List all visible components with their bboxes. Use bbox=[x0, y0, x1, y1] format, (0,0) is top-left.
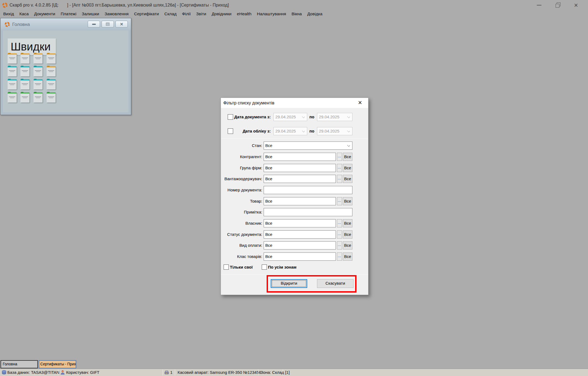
menu-item-9[interactable]: Звіти bbox=[193, 10, 209, 17]
date-accounting-from-combobox[interactable]: 29.04.2025 bbox=[273, 127, 307, 135]
quick-launch-tile[interactable] bbox=[33, 79, 42, 89]
lookup-input[interactable]: Все bbox=[264, 241, 336, 249]
footer-divider bbox=[221, 274, 368, 275]
text-input[interactable] bbox=[264, 186, 352, 194]
tab-home[interactable]: Головна bbox=[1, 360, 38, 368]
quick-launch-tile[interactable] bbox=[47, 53, 56, 64]
all-button[interactable]: Все bbox=[343, 219, 352, 227]
status-user: Користувач: GIFT bbox=[66, 369, 99, 376]
mdi-minimize-button[interactable] bbox=[88, 21, 100, 28]
quick-launch-tile[interactable] bbox=[33, 53, 42, 64]
browse-button[interactable]: … bbox=[337, 164, 342, 172]
browse-button[interactable]: … bbox=[337, 153, 342, 161]
menu-item-12[interactable]: Налаштування bbox=[254, 10, 289, 17]
lookup-input[interactable]: Все bbox=[264, 164, 336, 172]
quick-launch-tile[interactable] bbox=[8, 66, 17, 76]
date-document-from-combobox[interactable]: 29.04.2025 bbox=[273, 113, 307, 121]
cancel-button[interactable]: Скасувати bbox=[317, 279, 354, 288]
mdi-restore-button[interactable] bbox=[102, 21, 114, 28]
field-label: Стан: bbox=[221, 142, 262, 150]
restore-button[interactable] bbox=[548, 0, 567, 10]
chevron-down-icon bbox=[302, 130, 305, 132]
database-icon bbox=[2, 370, 7, 375]
menu-item-1[interactable]: Каса bbox=[17, 10, 31, 17]
date-accounting-to-combobox[interactable]: 29.04.2025 bbox=[317, 127, 352, 135]
quick-launch-tile[interactable] bbox=[47, 66, 56, 76]
menu-item-10[interactable]: Довідники bbox=[209, 10, 234, 17]
tab-certificates-prihod[interactable]: Сертификаты - Приход bbox=[39, 360, 76, 368]
only-own-checkbox[interactable] bbox=[224, 264, 229, 270]
date-accounting-row: Дата обліку з: 29.04.2025 по 29.04.2025 bbox=[221, 127, 368, 135]
browse-button[interactable]: … bbox=[337, 197, 342, 205]
menu-item-2[interactable]: Документи bbox=[31, 10, 58, 17]
tile-color-bar bbox=[20, 79, 29, 80]
close-button[interactable]: ✕ bbox=[567, 0, 585, 10]
window-controls: ✕ bbox=[530, 0, 585, 10]
quick-launch-tile[interactable] bbox=[33, 92, 42, 103]
tile-color-bar bbox=[20, 66, 29, 67]
lookup-input[interactable]: Все bbox=[264, 197, 336, 205]
quick-launch-tile[interactable] bbox=[20, 79, 29, 89]
menu-item-13[interactable]: Вікна bbox=[289, 10, 304, 17]
menu-item-5[interactable]: Замовлення bbox=[102, 10, 131, 17]
menu-item-8[interactable]: Філії bbox=[179, 10, 193, 17]
quick-launch-tile[interactable] bbox=[33, 66, 42, 76]
quick-launch-tile[interactable] bbox=[20, 92, 29, 103]
menu-item-0[interactable]: Вихід bbox=[1, 10, 17, 17]
lookup-input[interactable]: Все bbox=[264, 175, 336, 183]
quick-launch-tile[interactable] bbox=[8, 53, 17, 64]
lookup-input[interactable]: Все bbox=[264, 219, 336, 227]
all-button[interactable]: Все bbox=[343, 252, 352, 261]
quick-launch-tile[interactable] bbox=[8, 92, 17, 103]
filter-row: Стан:Все bbox=[221, 142, 368, 150]
filter-row: Примітка: bbox=[221, 208, 368, 216]
mdi-close-button[interactable]: ✕ bbox=[115, 21, 128, 28]
quick-launch-tile[interactable] bbox=[47, 92, 56, 103]
browse-button[interactable]: … bbox=[337, 175, 342, 183]
state-combobox[interactable]: Все bbox=[264, 142, 352, 150]
lookup-input[interactable]: Все bbox=[264, 252, 336, 261]
lookup-input[interactable]: Все bbox=[264, 153, 336, 161]
window-title: Скарб pro v. 4.0.2.85 [ІД: ] - [Апт №003… bbox=[10, 3, 229, 8]
quick-launch-tile[interactable] bbox=[20, 66, 29, 76]
app-titlebar: Скарб pro v. 4.0.2.85 [ІД: ] - [Апт №003… bbox=[0, 0, 588, 10]
quick-launch-tile[interactable] bbox=[47, 79, 56, 89]
menu-item-4[interactable]: Залишки bbox=[79, 10, 102, 17]
all-button[interactable]: Все bbox=[343, 230, 352, 239]
date-document-to-combobox[interactable]: 29.04.2025 bbox=[317, 113, 352, 121]
lookup-input[interactable]: Все bbox=[264, 230, 336, 239]
menu-item-6[interactable]: Сертифікати bbox=[131, 10, 162, 17]
quick-launch-tile[interactable] bbox=[8, 79, 17, 89]
quick-launch-tile[interactable] bbox=[20, 53, 29, 64]
only-own-label: Тільки свої bbox=[230, 264, 253, 270]
dialog-close-icon[interactable]: ✕ bbox=[356, 98, 364, 108]
tile-color-bar bbox=[33, 66, 42, 67]
browse-button[interactable]: … bbox=[337, 219, 342, 227]
dialog-titlebar[interactable]: Фільтр списку документів ✕ bbox=[221, 98, 368, 108]
all-button[interactable]: Все bbox=[343, 197, 352, 205]
date-document-row: Дата документа з: 29.04.2025 по 29.04.20… bbox=[221, 113, 368, 121]
all-button[interactable]: Все bbox=[343, 241, 352, 249]
field-control: Все…Все bbox=[264, 175, 352, 183]
all-button[interactable]: Все bbox=[343, 175, 352, 183]
text-input[interactable] bbox=[264, 208, 352, 216]
all-zones-checkbox[interactable] bbox=[262, 264, 267, 270]
close-icon: ✕ bbox=[574, 3, 578, 8]
all-button[interactable]: Все bbox=[343, 153, 352, 161]
all-button[interactable]: Все bbox=[343, 164, 352, 172]
menu-item-7[interactable]: Склад bbox=[162, 10, 179, 17]
status-bar: База даних: TASA3@TITAN Користувач: GIFT… bbox=[0, 369, 588, 376]
browse-button[interactable]: … bbox=[337, 252, 342, 261]
menu-item-3[interactable]: Платежі bbox=[58, 10, 79, 17]
menu-item-11[interactable]: eHealth bbox=[234, 10, 254, 17]
minimize-button[interactable] bbox=[530, 0, 548, 10]
mdi-logo-icon bbox=[4, 22, 10, 27]
minimize-icon bbox=[537, 5, 541, 5]
tile-color-bar bbox=[8, 66, 17, 67]
browse-button[interactable]: … bbox=[337, 230, 342, 239]
mdi-titlebar[interactable]: Головна ✕ bbox=[1, 18, 131, 31]
browse-button[interactable]: … bbox=[337, 241, 342, 249]
menu-item-14[interactable]: Довідка bbox=[304, 10, 325, 17]
open-button[interactable]: Відкрити bbox=[271, 279, 307, 288]
filter-row: Статус документа:Все…Все bbox=[221, 230, 368, 239]
